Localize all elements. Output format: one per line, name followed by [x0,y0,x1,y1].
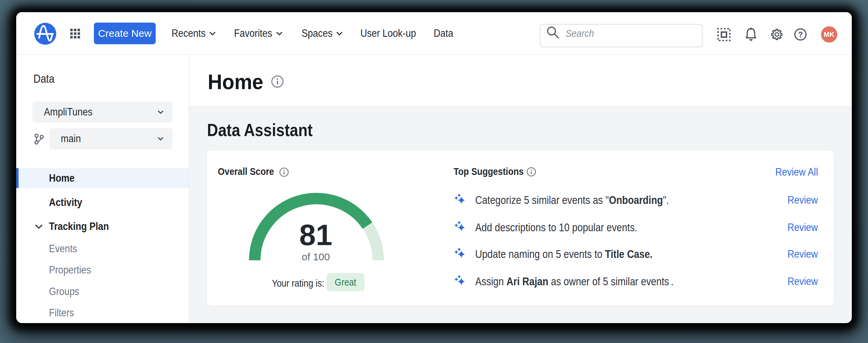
svg-text:?: ? [798,30,803,39]
